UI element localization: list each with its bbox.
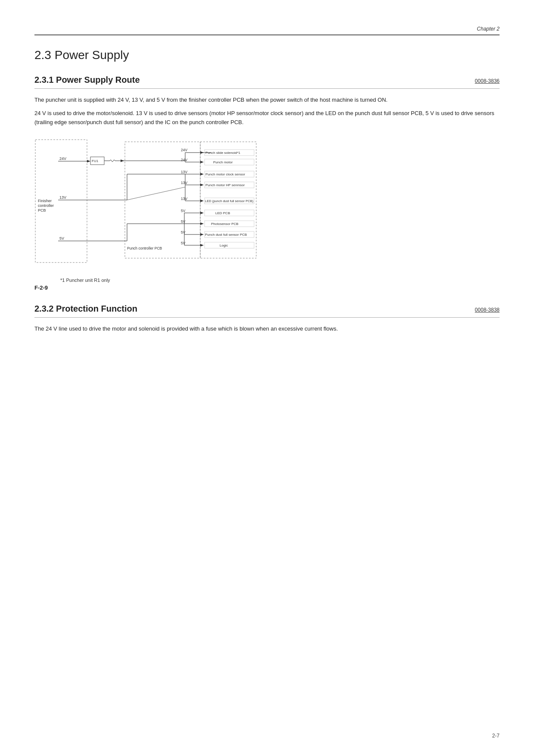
svg-text:controller: controller [38,203,54,208]
diagram-footnote: *1 Puncher unit R1 only [60,278,500,283]
svg-text:Punch slide solenoid*1: Punch slide solenoid*1 [205,151,240,155]
svg-marker-18 [200,151,204,154]
diagram-svg: Finisher controller PCB 24V FU1 Punch co… [34,135,258,273]
svg-text:5V: 5V [181,219,186,224]
ref-code-232: 0008-3838 [475,307,500,313]
svg-marker-35 [200,184,204,186]
section-rule-232 [34,317,500,318]
svg-text:24V: 24V [181,158,187,162]
subsection-232-title: 2.3.2 Protection Function [34,304,137,314]
svg-text:Finisher: Finisher [38,199,52,203]
chapter-header: Chapter 2 [34,26,500,32]
subsection-232-header: 2.3.2 Protection Function 0008-3838 [34,304,500,314]
svg-text:LED PCB: LED PCB [215,211,230,215]
svg-text:13V: 13V [181,170,187,174]
svg-text:24V: 24V [59,156,66,161]
svg-text:13V: 13V [59,195,66,200]
svg-text:Punch dust full sensor PCB: Punch dust full sensor PCB [205,233,247,237]
page: Chapter 2 2.3 Power Supply 2.3.1 Power S… [0,0,534,756]
svg-text:24V: 24V [181,148,187,152]
svg-text:FU1: FU1 [92,159,99,163]
subsection-231-header: 2.3.1 Power Supply Route 0008-3836 [34,75,500,85]
svg-marker-57 [200,233,204,236]
svg-text:13V: 13V [181,197,187,201]
chapter-header-text: Chapter 2 [477,26,500,32]
top-rule [34,34,500,35]
svg-text:5V: 5V [181,241,186,245]
svg-text:Punch motor HP senmsor: Punch motor HP senmsor [205,183,245,187]
body-text-231-1: The puncher unit is supplied with 24 V, … [34,96,500,105]
svg-marker-6 [87,160,90,162]
svg-marker-52 [200,222,204,225]
ref-code-231: 0008-3836 [475,78,500,84]
svg-text:Logic: Logic [220,244,228,247]
figure-label: F-2-9 [34,284,500,291]
svg-marker-30 [200,173,204,175]
section-title: 2.3 Power Supply [34,48,500,62]
svg-text:Punch controller PCB: Punch controller PCB [127,246,162,250]
page-number: 2-7 [492,733,500,739]
subsection-231-title: 2.3.1 Power Supply Route [34,75,140,85]
svg-text:LED (punch dust full sensor PC: LED (punch dust full sensor PCB) [205,199,254,203]
svg-marker-23 [200,161,204,163]
svg-text:13V: 13V [181,181,187,185]
svg-rect-63 [205,242,254,248]
power-supply-diagram: Finisher controller PCB 24V FU1 Punch co… [34,135,500,273]
body-text-231-2: 24 V is used to drive the motor/solenoid… [34,109,500,127]
svg-marker-47 [200,212,204,214]
svg-marker-62 [200,244,204,247]
svg-text:5V: 5V [181,209,186,213]
svg-text:5V: 5V [181,230,186,234]
section-rule-231 [34,88,500,89]
svg-text:5V: 5V [59,236,64,241]
svg-text:PCB: PCB [38,208,46,212]
svg-text:Punch motor: Punch motor [213,160,233,164]
svg-line-69 [127,187,185,200]
svg-marker-40 [200,200,204,202]
svg-rect-12 [125,142,200,258]
svg-text:Photosensor PCB: Photosensor PCB [211,222,239,226]
svg-text:Punch motor clock sensor: Punch motor clock sensor [205,172,245,176]
body-text-232-1: The 24 V line used to drive the motor an… [34,325,500,334]
